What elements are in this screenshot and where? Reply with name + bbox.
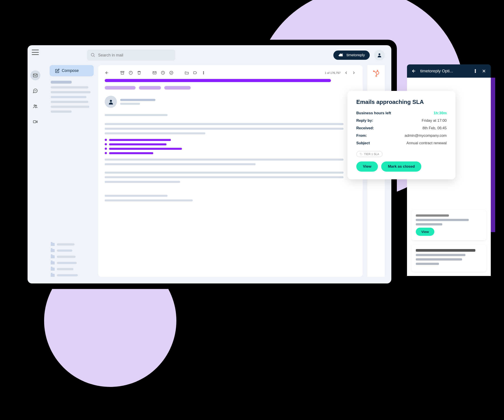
svg-point-21 <box>376 75 377 77</box>
video-nav-icon[interactable] <box>30 117 40 127</box>
svg-point-26 <box>475 71 475 71</box>
topbar: timetoreply <box>43 45 391 65</box>
tag[interactable] <box>105 86 136 90</box>
tag[interactable] <box>139 86 161 90</box>
sender-row <box>105 96 356 108</box>
folder-list <box>50 243 94 277</box>
svg-point-14 <box>203 72 204 72</box>
svg-point-13 <box>170 71 173 74</box>
list-item[interactable] <box>51 91 91 93</box>
list-item[interactable] <box>51 101 88 103</box>
kebab-menu-icon[interactable] <box>473 69 478 73</box>
email-tags <box>105 86 356 90</box>
delete-icon[interactable] <box>137 71 141 75</box>
folder-item[interactable] <box>51 268 93 271</box>
svg-point-18 <box>376 72 379 74</box>
more-icon[interactable] <box>201 71 206 75</box>
spam-icon[interactable] <box>129 71 133 75</box>
sla-label: From: <box>356 134 367 138</box>
folder-item[interactable] <box>51 243 93 246</box>
panel-edge <box>491 78 495 232</box>
sidebar: Compose <box>50 65 94 277</box>
folder-icon <box>51 249 55 252</box>
mail-icon[interactable] <box>152 71 157 75</box>
page-counter: 1 of 176,797 <box>325 71 341 74</box>
list-item[interactable] <box>51 86 88 88</box>
archive-icon[interactable] <box>120 71 125 75</box>
sla-mini-card <box>411 245 486 272</box>
sla-row: Business hours left1h:30m <box>356 111 447 115</box>
back-icon[interactable] <box>105 71 109 75</box>
bullet-icon <box>105 143 107 145</box>
folder-icon <box>51 274 55 277</box>
panel-title: timetoreply Opti... <box>420 69 469 73</box>
view-button[interactable]: View <box>416 228 434 236</box>
inbox-list <box>50 81 94 113</box>
compose-button[interactable]: Compose <box>50 65 94 76</box>
list-item[interactable] <box>51 110 72 113</box>
compose-label: Compose <box>62 68 79 73</box>
sla-value: Friday at 17:00 <box>422 118 447 123</box>
svg-point-27 <box>475 72 475 73</box>
sla-tier-tag[interactable]: TIER 1 SLA <box>356 151 383 157</box>
sender-avatar-icon[interactable] <box>105 96 117 108</box>
app-frame: timetoreply Compose <box>22 40 397 289</box>
svg-point-7 <box>91 53 94 56</box>
mark-closed-button[interactable]: Mark as closed <box>381 161 421 172</box>
folder-item[interactable] <box>51 255 93 258</box>
list-item[interactable] <box>51 81 72 84</box>
brand-badge[interactable]: timetoreply <box>333 50 370 60</box>
sender-meta <box>120 103 140 105</box>
folder-item[interactable] <box>51 274 93 277</box>
folder-item[interactable] <box>51 262 93 264</box>
folder-item[interactable] <box>51 249 93 252</box>
sla-label: Reply by: <box>356 118 373 123</box>
sla-label: Subject <box>356 141 370 145</box>
list-item[interactable] <box>51 96 86 98</box>
email-subject <box>105 79 331 82</box>
pagination: 1 of 176,797 <box>325 71 356 75</box>
folder-icon <box>51 243 55 246</box>
sla-value: 8th Feb, 06:45 <box>422 126 447 130</box>
chat-nav-icon[interactable] <box>30 86 40 96</box>
folder-icon <box>51 262 55 264</box>
sla-label: Business hours left <box>356 111 391 115</box>
sla-value: admin@mycompany.com <box>405 134 447 138</box>
menu-toggle-icon[interactable] <box>32 50 39 55</box>
hubspot-icon[interactable] <box>372 69 380 77</box>
move-icon[interactable] <box>185 71 189 75</box>
brand-text: timetoreply <box>347 53 365 57</box>
tag[interactable] <box>164 86 191 90</box>
sla-row: SubjectAnnual contract renewal <box>356 141 447 145</box>
folder-icon <box>51 268 55 271</box>
snooze-icon[interactable] <box>161 71 165 75</box>
sla-value: 1h:30m <box>433 111 447 115</box>
sla-row: Reply by:Friday at 17:00 <box>356 118 447 123</box>
sla-label: Received: <box>356 126 374 130</box>
prev-icon[interactable] <box>344 71 348 75</box>
people-nav-icon[interactable] <box>30 101 40 111</box>
label-icon[interactable] <box>193 71 197 75</box>
tag-icon <box>360 153 363 156</box>
profile-button[interactable] <box>374 50 385 61</box>
search-input[interactable] <box>87 50 175 61</box>
next-icon[interactable] <box>352 71 356 75</box>
svg-point-8 <box>378 53 380 55</box>
svg-rect-9 <box>121 71 124 72</box>
compose-icon <box>55 69 60 73</box>
close-icon[interactable] <box>481 69 486 73</box>
sla-mini-card: View <box>411 210 486 240</box>
list-item[interactable] <box>51 106 89 108</box>
mail-nav-icon[interactable] <box>30 70 40 80</box>
back-arrow-icon[interactable] <box>411 69 416 73</box>
view-button[interactable]: View <box>356 161 378 172</box>
svg-point-4 <box>34 105 35 106</box>
sla-detail-card: Emails approaching SLA Business hours le… <box>348 91 456 179</box>
svg-line-24 <box>377 74 377 76</box>
task-icon[interactable] <box>169 71 174 75</box>
bullet-icon <box>105 152 107 154</box>
sla-row: From:admin@mycompany.com <box>356 134 447 138</box>
sender-name <box>120 99 156 101</box>
rabbit-icon <box>338 53 344 58</box>
content-area: Compose <box>43 65 391 283</box>
